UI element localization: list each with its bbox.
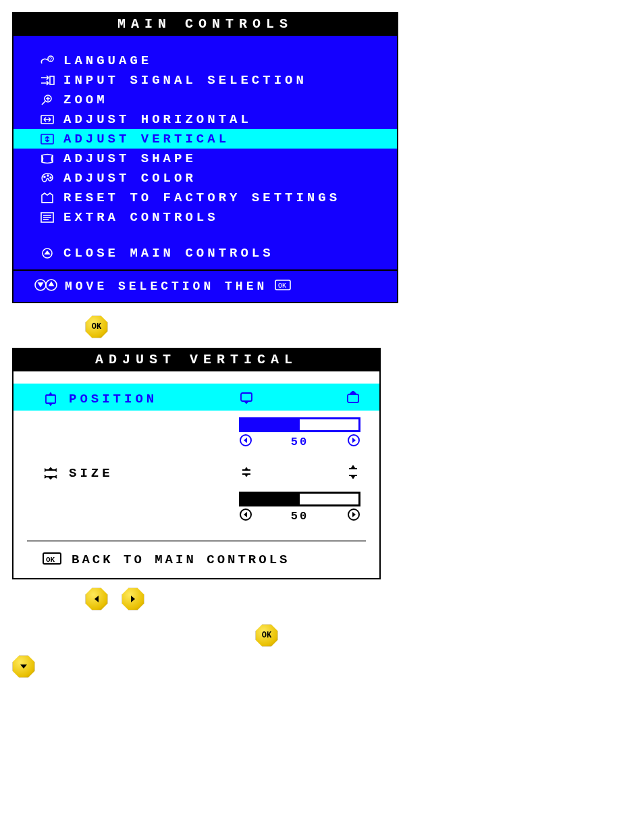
menu-label: EXTRA CONTROLS (63, 210, 219, 225)
adjust-vertical-footer[interactable]: OK BACK TO MAIN CONTROLS (14, 542, 379, 578)
ok-box-icon: OK (42, 551, 62, 569)
adjust-size-slider-row: 50 (14, 485, 379, 532)
zoom-icon (39, 93, 63, 107)
menu-label: ADJUST SHAPE (63, 151, 196, 166)
menu-item-close-main-controls[interactable]: CLOSE MAIN CONTROLS (14, 243, 397, 263)
ok-button[interactable]: OK (255, 624, 278, 647)
down-button[interactable] (12, 655, 35, 678)
svg-rect-16 (241, 393, 252, 401)
menu-item-adjust-color[interactable]: ADJUST COLOR (14, 168, 397, 188)
menu-item-reset-factory[interactable]: RESET TO FACTORY SETTINGS (14, 188, 397, 207)
up-down-icon (34, 278, 58, 295)
menu-item-adjust-horizontal[interactable]: ADJUST HORIZONTAL (14, 109, 397, 129)
close-icon (39, 246, 63, 260)
menu-item-adjust-vertical[interactable]: ADJUST VERTICAL (14, 129, 397, 149)
extra-controls-icon (39, 211, 63, 224)
adjust-position-slider-row: 50 (14, 411, 379, 458)
menu-item-language[interactable]: ? LANGUAGE (14, 51, 397, 70)
svg-text:?: ? (49, 57, 52, 61)
svg-text:OK: OK (278, 282, 286, 290)
back-label: BACK TO MAIN CONTROLS (72, 552, 290, 567)
position-up-icon (346, 391, 360, 407)
svg-point-8 (50, 177, 51, 178)
menu-label: CLOSE MAIN CONTROLS (63, 246, 274, 261)
ok-button[interactable]: OK (85, 315, 108, 338)
size-icon (42, 466, 69, 481)
menu-label: ADJUST VERTICAL (63, 132, 230, 147)
left-arrow-icon[interactable] (239, 434, 252, 450)
position-label: POSITION (69, 392, 157, 407)
adjust-vertical-panel: ADJUST VERTICAL POSITION (12, 348, 381, 579)
menu-label: LANGUAGE (63, 53, 152, 68)
menu-item-zoom[interactable]: ZOOM (14, 90, 397, 109)
main-controls-panel: MAIN CONTROLS ? LANGUAGE INPUT SIGNAL SE… (12, 12, 398, 303)
menu-label: ADJUST HORIZONTAL (63, 112, 252, 127)
menu-label: RESET TO FACTORY SETTINGS (63, 190, 340, 205)
svg-rect-2 (50, 76, 54, 84)
size-label: SIZE (69, 466, 113, 481)
language-icon: ? (39, 54, 63, 68)
main-controls-title: MAIN CONTROLS (14, 14, 397, 36)
menu-label: ZOOM (63, 93, 108, 107)
left-button[interactable] (85, 588, 108, 610)
adjust-vertical-icon (39, 132, 63, 146)
adjust-position-row[interactable]: POSITION (14, 384, 379, 411)
position-value: 50 (291, 436, 308, 448)
right-arrow-icon[interactable] (347, 434, 360, 450)
svg-rect-15 (46, 395, 55, 403)
main-controls-footer: MOVE SELECTION THEN OK (14, 271, 397, 302)
right-button[interactable] (122, 588, 144, 610)
adjust-shape-icon (39, 152, 63, 165)
adjust-horizontal-icon (39, 113, 63, 126)
adjust-vertical-title: ADJUST VERTICAL (14, 349, 379, 371)
ok-button-label: OK (262, 631, 271, 640)
adjust-color-icon (39, 172, 63, 185)
position-slider[interactable] (239, 417, 360, 432)
size-small-icon (239, 465, 254, 481)
input-signal-icon (39, 74, 63, 87)
menu-label: INPUT SIGNAL SELECTION (63, 73, 307, 88)
svg-point-7 (47, 175, 49, 176)
position-icon (42, 392, 69, 407)
adjust-size-row[interactable]: SIZE (14, 458, 379, 485)
menu-label: ADJUST COLOR (63, 171, 196, 186)
svg-rect-17 (348, 394, 358, 402)
size-large-icon (346, 465, 360, 481)
right-arrow-icon[interactable] (347, 508, 360, 524)
reset-factory-icon (39, 191, 63, 205)
menu-item-extra-controls[interactable]: EXTRA CONTROLS (14, 207, 397, 227)
svg-text:OK: OK (46, 556, 55, 564)
ok-icon: OK (274, 278, 292, 294)
menu-item-input-signal[interactable]: INPUT SIGNAL SELECTION (14, 70, 397, 90)
footer-label: MOVE SELECTION THEN (65, 280, 267, 293)
left-arrow-icon[interactable] (239, 508, 252, 524)
size-value: 50 (291, 510, 308, 523)
menu-item-adjust-shape[interactable]: ADJUST SHAPE (14, 149, 397, 168)
svg-point-6 (44, 176, 45, 178)
ok-button-label: OK (92, 322, 101, 332)
size-slider[interactable] (239, 492, 360, 506)
position-down-icon (239, 391, 254, 407)
